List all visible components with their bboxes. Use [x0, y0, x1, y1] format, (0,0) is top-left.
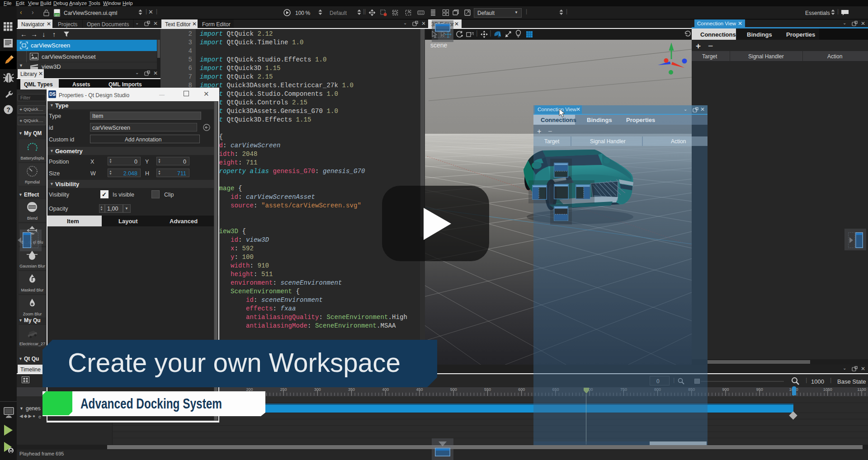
- svg-text:250: 250: [280, 387, 287, 392]
- svg-text:550: 550: [484, 387, 491, 392]
- svg-text:Advanced Docking System: Advanced Docking System: [80, 396, 222, 412]
- svg-text:450: 450: [416, 387, 423, 392]
- svg-text:300: 300: [314, 387, 321, 392]
- svg-text:?: ?: [6, 106, 10, 113]
- svg-text:350: 350: [348, 387, 355, 392]
- svg-text:400: 400: [382, 387, 389, 392]
- svg-text:950: 950: [756, 387, 763, 392]
- svg-text:qml: qml: [55, 14, 59, 16]
- svg-text:900: 900: [722, 387, 729, 392]
- svg-text:1100: 1100: [857, 387, 866, 392]
- svg-text:Create your own Workspace: Create your own Workspace: [68, 348, 401, 378]
- svg-text:500: 500: [450, 387, 457, 392]
- svg-text:600: 600: [518, 387, 525, 392]
- svg-text:1050: 1050: [823, 387, 832, 392]
